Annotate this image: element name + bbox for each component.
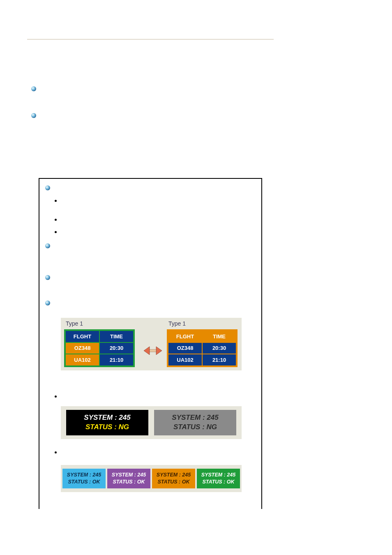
sublist-dot-icon (55, 451, 57, 453)
panel-line: SYSTEM : 245 (172, 413, 218, 423)
list-bullet-icon (45, 243, 50, 248)
cell: 21:10 (203, 354, 236, 365)
tile-line: STATUS : OK (113, 479, 145, 486)
list-bullet-icon (31, 86, 36, 91)
tile-line: SYSTEM : 245 (67, 472, 101, 479)
status-tile: SYSTEM : 245 STATUS : OK (152, 469, 195, 488)
panel-line: STATUS : NG (85, 423, 129, 432)
cell: 21:10 (100, 354, 133, 365)
tile-line: STATUS : OK (157, 479, 189, 486)
cell: OZ348 (66, 343, 99, 354)
sublist-dot-icon (55, 395, 57, 398)
cell: 20:30 (100, 343, 133, 354)
tile-line: SYSTEM : 245 (157, 472, 191, 479)
table-title-right: Type 1 (168, 320, 186, 327)
svg-marker-1 (156, 347, 162, 355)
table-title-left: Type 1 (66, 320, 83, 327)
panel-line: STATUS : NG (173, 423, 217, 432)
cell: UA102 (66, 354, 99, 365)
cell: UA102 (168, 354, 202, 365)
status-panel: SYSTEM : 245 STATUS : NG (154, 410, 236, 435)
list-bullet-icon (31, 113, 36, 118)
cell: 20:30 (203, 343, 236, 354)
list-bullet-icon (45, 301, 50, 305)
tile-line: STATUS : OK (68, 479, 100, 486)
col-header: TIME (203, 331, 236, 342)
status-tile: SYSTEM : 245 STATUS : OK (197, 469, 240, 488)
sublist-dot-icon (55, 231, 57, 233)
status-tile: SYSTEM : 245 STATUS : OK (62, 469, 106, 488)
col-header: FLGHT (66, 331, 99, 342)
list-bullet-icon (45, 185, 50, 190)
svg-marker-0 (144, 347, 150, 355)
col-header: FLGHT (168, 331, 202, 342)
status-panel: SYSTEM : 245 STATUS : NG (66, 410, 148, 435)
tile-line: STATUS : OK (202, 479, 234, 486)
tile-line: SYSTEM : 245 (201, 472, 235, 479)
status-tiles-figure: SYSTEM : 245 STATUS : OK SYSTEM : 245 ST… (61, 465, 242, 492)
panel-line: SYSTEM : 245 (84, 413, 130, 423)
horizontal-rule (27, 39, 274, 39)
sublist-dot-icon (55, 200, 57, 202)
svg-rect-2 (150, 349, 156, 352)
status-panels-figure: SYSTEM : 245 STATUS : NG SYSTEM : 245 ST… (61, 406, 242, 439)
tile-line: SYSTEM : 245 (112, 472, 146, 479)
flight-tables-figure: Type 1 Type 1 FLGHT TIME OZ348 20:30 UA1… (61, 318, 242, 370)
cell: OZ348 (168, 343, 202, 354)
sublist-dot-icon (55, 219, 57, 221)
status-tile: SYSTEM : 245 STATUS : OK (107, 469, 150, 488)
col-header: TIME (100, 331, 133, 342)
flight-table-right: FLGHT TIME OZ348 20:30 UA102 21:10 (167, 329, 238, 367)
list-bullet-icon (45, 275, 50, 280)
flight-table-left: FLGHT TIME OZ348 20:30 UA102 21:10 (64, 329, 135, 367)
double-arrow-icon (144, 346, 162, 356)
